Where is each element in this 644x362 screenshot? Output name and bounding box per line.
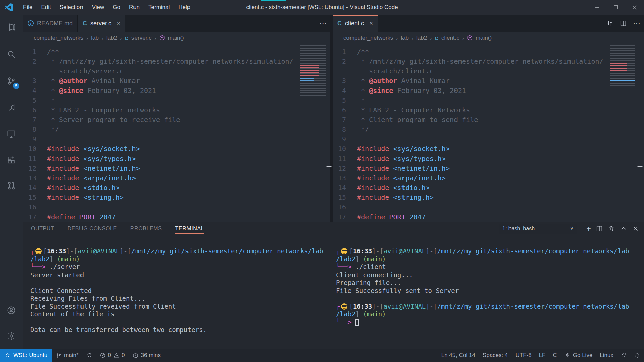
panel-tab-problems[interactable]: PROBLEMS (130, 222, 162, 235)
open-changes-icon[interactable] (606, 20, 613, 27)
breadcrumb-folder[interactable]: lab2 (416, 35, 427, 41)
close-tab-icon[interactable]: × (369, 20, 373, 27)
menu-selection[interactable]: Selection (55, 0, 88, 15)
kill-terminal-icon[interactable] (608, 225, 615, 232)
terminal-line: Receiving Files from Client... (30, 295, 330, 303)
minimize-button[interactable] (588, 0, 606, 15)
close-window-button[interactable] (625, 0, 644, 15)
indentation[interactable]: Spaces: 4 (479, 349, 512, 362)
split-editor-icon[interactable] (620, 20, 627, 27)
problems-indicator[interactable]: 0 0 (96, 349, 129, 362)
minimap[interactable] (610, 45, 635, 86)
code-line: 15#include <string.h> (23, 193, 330, 202)
line-number: 7 (23, 115, 47, 125)
line-number: 13 (23, 173, 47, 183)
terminal-server[interactable]: ┌[16:33]-[avii@AVINAL]-[/mnt/z/my_git/si… (30, 235, 330, 362)
breadcrumb-file[interactable]: server.c (131, 35, 152, 41)
breadcrumb-server[interactable]: computer_networks› lab› lab2› C server.c… (23, 32, 330, 44)
menu-help[interactable]: Help (174, 0, 195, 15)
code-line: 1/** (333, 47, 644, 57)
menu-view[interactable]: View (88, 0, 109, 15)
breadcrumb-symbol[interactable]: main() (168, 35, 184, 41)
tab-client-c[interactable]: C client.c × (333, 15, 378, 32)
code-line: scratch/server.c (23, 66, 330, 76)
breadcrumb-folder[interactable]: computer_networks (343, 35, 393, 41)
remote-indicator[interactable]: WSL: Ubuntu (0, 349, 52, 362)
breadcrumb-client[interactable]: computer_networks› lab› lab2› C client.c… (333, 32, 644, 44)
menu-run[interactable]: Run (125, 0, 144, 15)
code-line: 9 (333, 134, 644, 144)
run-debug-icon[interactable] (0, 99, 23, 116)
time-tracker[interactable]: 36 mins (129, 349, 165, 362)
line-number: 6 (23, 105, 47, 115)
terminal-line: /lab2] (main) (30, 255, 330, 263)
breadcrumb-folder[interactable]: computer_networks (34, 35, 83, 41)
more-actions-icon[interactable]: ⋯ (319, 19, 327, 28)
search-icon[interactable] (0, 46, 23, 63)
terminal-line: /lab2] (main) (336, 310, 641, 318)
breadcrumb-folder[interactable]: lab (401, 35, 409, 41)
panel-tab-terminal[interactable]: TERMINAL (175, 222, 204, 235)
line-number: 9 (23, 134, 47, 144)
breadcrumb-folder[interactable]: lab2 (106, 35, 117, 41)
terminal-line (30, 318, 330, 326)
code-line: 3 * @author Avinal Kumar (23, 76, 330, 86)
new-terminal-icon[interactable]: + (586, 224, 591, 233)
eol-sequence[interactable]: LF (535, 349, 549, 362)
menu-edit[interactable]: Edit (37, 0, 55, 15)
split-terminal-icon[interactable] (596, 225, 603, 232)
breadcrumb-file[interactable]: client.c (441, 35, 459, 41)
c-file-icon: C (83, 20, 87, 27)
breadcrumb-symbol[interactable]: main() (476, 35, 492, 41)
maximize-button[interactable] (606, 0, 625, 15)
panel-tab-output[interactable]: OUTPUT (31, 222, 54, 235)
line-number: 5 (23, 96, 47, 105)
go-live-button[interactable]: Go Live (561, 349, 596, 362)
menu-terminal[interactable]: Terminal (144, 0, 174, 15)
remote-explorer-icon[interactable] (0, 125, 23, 143)
menu-go[interactable]: Go (108, 0, 125, 15)
line-number: 6 (333, 105, 357, 115)
sash-grip[interactable] (326, 166, 332, 167)
breadcrumb-folder[interactable]: lab (91, 35, 99, 41)
encoding[interactable]: UTF-8 (512, 349, 535, 362)
activity-bar: 5 (0, 15, 23, 349)
explorer-icon[interactable] (0, 19, 23, 36)
scrollbar-grip[interactable] (637, 166, 643, 167)
panel-tab-debug-console[interactable]: DEBUG CONSOLE (67, 222, 117, 235)
cursor-position[interactable]: Ln 45, Col 14 (438, 349, 479, 362)
line-number (23, 66, 47, 76)
minimap[interactable] (300, 45, 326, 96)
terminal-line: Client connecting... (336, 271, 641, 279)
pull-request-icon[interactable] (0, 177, 23, 194)
terminal-client[interactable]: ┌[16:33]-[avii@AVINAL]-[/mnt/z/my_git/si… (336, 235, 641, 362)
code-line: 1/** (23, 47, 330, 57)
notifications-button[interactable] (631, 349, 644, 362)
extensions-icon[interactable] (0, 152, 23, 169)
readme-file-icon: i (28, 20, 34, 26)
os-indicator[interactable]: Linux (596, 349, 617, 362)
line-number: 1 (333, 47, 357, 57)
line-number: 17 (333, 212, 357, 222)
language-mode[interactable]: C (549, 349, 560, 362)
code-line: 7 * Client program to send file (333, 115, 644, 125)
code-line: 14#include <stdio.h> (23, 183, 330, 193)
account-icon[interactable] (0, 302, 23, 319)
window-title: client.c - sixth-semester [WSL: Ubuntu] … (246, 4, 398, 11)
tab-readme[interactable]: i README.md (23, 15, 78, 32)
more-actions-icon[interactable]: ⋯ (633, 19, 641, 28)
menu-file[interactable]: File (19, 0, 37, 15)
sync-button[interactable] (83, 349, 96, 362)
close-tab-icon[interactable]: × (117, 20, 120, 27)
source-control-icon[interactable]: 5 (0, 72, 23, 90)
close-panel-icon[interactable] (632, 225, 639, 232)
tab-server-c[interactable]: C server.c × (78, 15, 125, 32)
terminal-shell-select[interactable]: 1: bash, bash ˅ (499, 224, 577, 234)
line-number: 16 (333, 202, 357, 212)
maximize-panel-icon[interactable] (620, 225, 627, 232)
feedback-button[interactable] (617, 349, 631, 362)
git-branch-indicator[interactable]: main* (52, 349, 82, 362)
code-line: 3 * @author Avinal Kumar (333, 76, 644, 86)
c-file-icon: C (337, 20, 342, 27)
settings-gear-icon[interactable] (0, 327, 23, 345)
